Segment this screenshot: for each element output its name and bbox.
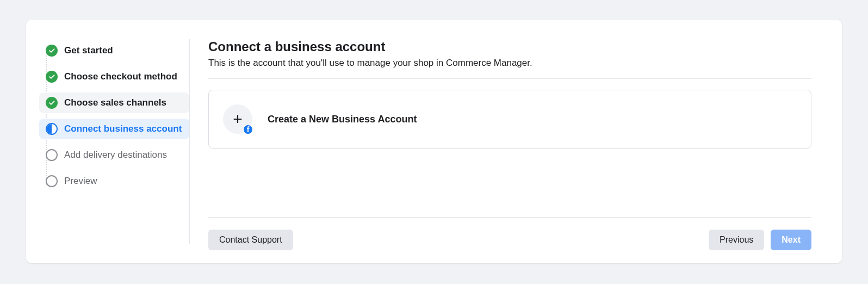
contact-support-button[interactable]: Contact Support [208,230,293,250]
step-connect-business-account[interactable]: Connect business account [39,119,189,139]
step-choose-sales-channels[interactable]: Choose sales channels [39,92,189,113]
next-button[interactable]: Next [771,230,811,250]
step-label: Add delivery destinations [64,150,167,160]
footer: Contact Support Previous Next [208,206,811,250]
setup-wizard-card: Get started Choose checkout method Choos… [26,20,842,263]
create-business-account-card[interactable]: + f Create a New Business Account [208,90,811,149]
half-circle-icon [46,123,58,135]
page-title: Connect a business account [208,39,811,54]
main-content: Connect a business account This is the a… [190,20,842,263]
step-choose-checkout-method[interactable]: Choose checkout method [39,66,189,87]
step-label: Get started [64,45,113,56]
step-get-started[interactable]: Get started [39,40,189,61]
check-icon [46,71,58,83]
step-add-delivery-destinations[interactable]: Add delivery destinations [39,145,189,165]
step-label: Choose checkout method [64,71,177,82]
facebook-icon: f [243,124,253,135]
page-subtitle: This is the account that you'll use to m… [208,58,811,69]
step-preview[interactable]: Preview [39,171,189,192]
previous-button[interactable]: Previous [709,230,764,250]
footer-row: Contact Support Previous Next [208,230,811,250]
plus-icon: + [233,111,243,127]
create-account-label: Create a New Business Account [268,114,417,125]
divider [208,78,811,79]
sidebar: Get started Choose checkout method Choos… [26,20,189,263]
step-label: Preview [64,176,97,187]
empty-circle-icon [46,149,58,161]
step-list: Get started Choose checkout method Choos… [39,40,189,192]
step-label: Choose sales channels [64,97,166,108]
plus-avatar: + f [223,104,252,134]
step-label: Connect business account [64,124,182,134]
divider [208,217,811,218]
empty-circle-icon [46,175,58,187]
check-icon [46,45,58,57]
check-icon [46,97,58,109]
